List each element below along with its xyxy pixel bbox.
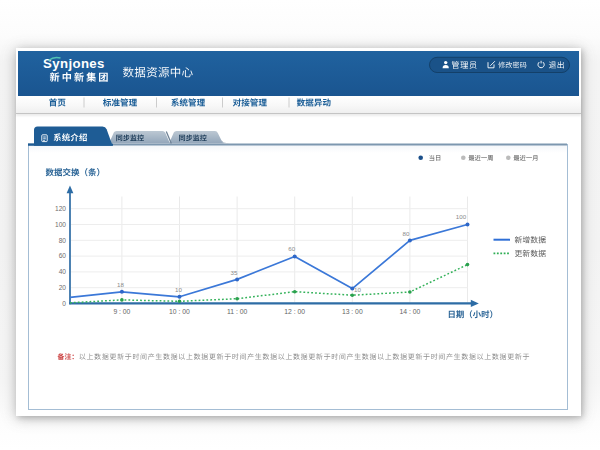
svg-text:100: 100 [456, 213, 467, 220]
svg-text:12 : 00: 12 : 00 [284, 308, 305, 315]
svg-text:13 : 00: 13 : 00 [342, 308, 363, 315]
svg-text:0: 0 [62, 300, 66, 307]
svg-text:10 : 00: 10 : 00 [169, 308, 190, 315]
svg-text:80: 80 [59, 237, 67, 244]
svg-text:60: 60 [59, 252, 67, 259]
svg-text:10: 10 [354, 286, 361, 293]
svg-text:9 : 00: 9 : 00 [113, 308, 130, 315]
svg-text:60: 60 [288, 245, 295, 252]
svg-text:18: 18 [117, 281, 124, 288]
svg-text:11 : 00: 11 : 00 [227, 308, 248, 315]
svg-text:120: 120 [55, 205, 66, 212]
svg-text:14 : 00: 14 : 00 [400, 308, 421, 315]
svg-text:80: 80 [403, 230, 410, 237]
svg-text:10: 10 [175, 286, 182, 293]
svg-text:35: 35 [231, 269, 238, 276]
svg-text:20: 20 [59, 284, 67, 291]
svg-text:40: 40 [59, 268, 67, 275]
svg-text:100: 100 [55, 221, 66, 228]
